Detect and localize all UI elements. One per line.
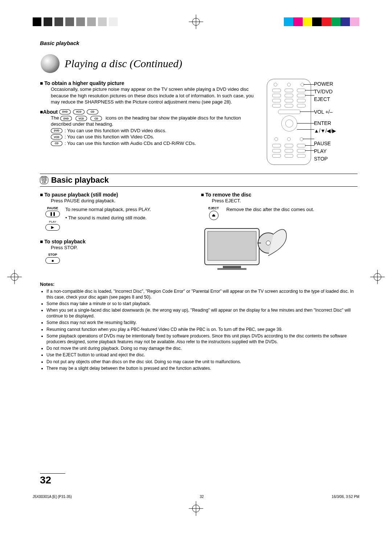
pause-button-icon: ❚❚ (45, 211, 60, 217)
notes-section: Notes: If a non-compatible disc is loade… (40, 281, 358, 371)
dvd-disc-icon: DVD (59, 109, 71, 114)
about-cd-line: CD : You can use this function with Audi… (51, 140, 261, 147)
title-orb-icon (40, 53, 60, 74)
svg-rect-13 (217, 268, 246, 270)
note-item: There may be a slight delay between the … (46, 365, 358, 371)
footer-left: J5X00301A [E] (P31-35) (33, 495, 72, 499)
remote-labels: POWER TV/DVD EJECT VOL +/– ENTER ▲/▼/◀/▶… (314, 79, 336, 163)
page-number: 32 (40, 473, 65, 486)
stop-button-icon: ■ (45, 257, 60, 264)
heading-quality: To obtain a higher quality picture (40, 80, 261, 86)
registration-mark-right (370, 270, 385, 285)
cd-disc-icon: CD (90, 116, 102, 121)
vcd-disc-icon: VCD (73, 109, 85, 114)
footer: J5X00301A [E] (P31-35) 32 16/3/06, 3:52 … (33, 495, 359, 499)
heading-stop: To stop playback (40, 239, 197, 244)
svg-rect-11 (208, 231, 256, 260)
footer-center: 32 (200, 495, 204, 499)
mute-note: • The sound is muted during still mode. (65, 215, 197, 221)
resume-text: To resume normal playback, press PLAY. (65, 206, 197, 213)
heading-about: About DVD VCD CD (40, 109, 261, 115)
registration-mark-bottom (189, 501, 203, 517)
heading-pause: To pause playback (still mode) (40, 192, 197, 198)
vcd-disc-icon: VCD (75, 116, 87, 121)
remote-control-diagram (267, 79, 311, 165)
heading-remove: To remove the disc (201, 192, 358, 198)
tv-eject-illustration (201, 223, 358, 275)
note-item: Do not move the unit during playback. Do… (46, 345, 358, 351)
play-button-label: PLAY (40, 220, 65, 223)
play-button-icon: ▶ (45, 224, 60, 231)
note-item: Use the EJECT button to unload and eject… (46, 352, 358, 358)
page-title: Playing a disc (Continued) (65, 57, 182, 70)
about-dvd-line: DVD : You can use this function with DVD… (51, 127, 261, 134)
eject-button-label: EJECT (201, 206, 226, 210)
pause-button-label: PAUSE (40, 206, 65, 210)
section-title: Basic playback (51, 175, 109, 185)
svg-point-15 (266, 241, 270, 245)
note-item: Do not put any objects other than discs … (46, 359, 358, 365)
svg-rect-12 (223, 266, 241, 268)
cd-disc-icon: CD (87, 109, 98, 114)
registration-mark-left (7, 270, 22, 285)
remove-body: Remove the disc after the disc comes out… (226, 206, 358, 213)
eject-button-icon: ⏏ (209, 211, 219, 220)
body-about-intro: The DVD VCD CD icons on the heading bar … (51, 115, 261, 127)
section-header: DVD VCD CD Basic playback (40, 174, 358, 187)
line-eject: Press EJECT. (212, 198, 358, 204)
note-item: Resuming cannot function when you play a… (46, 327, 358, 332)
line-stop: Press STOP. (51, 244, 197, 251)
note-item: If a non-compatible disc is loaded, "Inc… (46, 288, 358, 300)
line-pause: Press PAUSE during playback. (51, 198, 197, 204)
note-item: Some discs may take a minute or so to st… (46, 301, 358, 307)
running-head: Basic playback (40, 40, 358, 46)
registration-mark-top (189, 15, 203, 30)
note-item: Some playback operations of DVDs may be … (46, 333, 358, 345)
note-item: When you set a single-faced disc label d… (46, 307, 358, 319)
svg-point-9 (41, 54, 60, 73)
dvd-disc-icon: DVD (60, 116, 72, 121)
footer-right: 16/3/06, 3:52 PM (332, 495, 359, 499)
about-vcd-line: VCD : You can use this function with Vid… (51, 134, 261, 140)
note-item: Some discs may not work the resuming fac… (46, 320, 358, 325)
stop-button-label: STOP (40, 253, 65, 256)
body-quality: Occasionally, some picture noise may app… (51, 86, 261, 105)
